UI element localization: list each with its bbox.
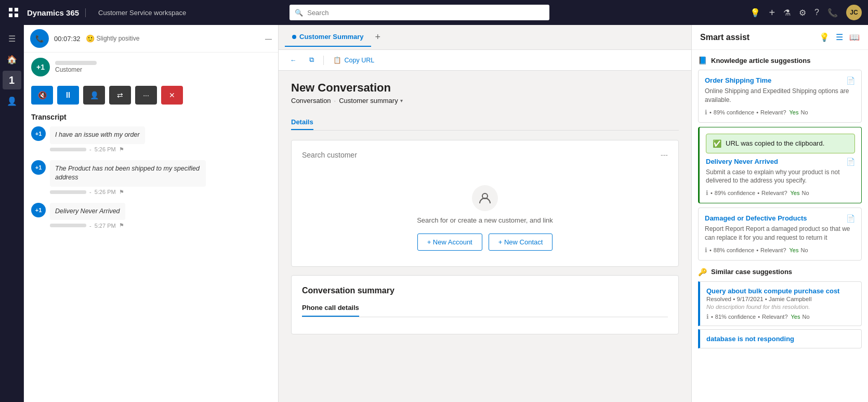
article-save-icon[interactable]: 📄 bbox=[846, 76, 855, 85]
article-3-footer: ℹ • 88% confidence • Relevant? Yes No bbox=[705, 247, 855, 254]
smart-lightbulb-icon[interactable]: 💡 bbox=[819, 32, 830, 42]
content-toolbar: ← ⧉ 📋 Copy URL bbox=[279, 50, 691, 71]
similar-case-1-title[interactable]: Query about bulk compute purchase cost bbox=[706, 287, 855, 295]
article-3-text: Report Report Report a damaged product s… bbox=[705, 225, 855, 242]
content-area: Customer Summary + ← ⧉ 📋 Copy URL New Co… bbox=[279, 25, 691, 402]
message-flag-icon[interactable]: ⚑ bbox=[119, 222, 124, 229]
transfer-button[interactable]: ⇄ bbox=[109, 86, 131, 105]
details-tabs: Details bbox=[291, 115, 679, 131]
similar-case-2-title[interactable]: database is not responding bbox=[706, 335, 855, 343]
smart-list-icon[interactable]: ☰ bbox=[836, 32, 843, 42]
conversation-header: 📞 00:07:32 🙂 Slightly positive — bbox=[24, 25, 278, 53]
more-button[interactable]: ··· bbox=[135, 86, 157, 105]
smart-assist-title: Smart assist bbox=[700, 33, 749, 42]
customer-info-row: +1 Customer bbox=[24, 53, 278, 82]
article-save-icon[interactable]: 📄 bbox=[846, 214, 855, 223]
add-icon[interactable]: + bbox=[769, 7, 775, 19]
relevance-yes[interactable]: Yes bbox=[790, 109, 799, 115]
search-subtitle: Search for or create a new customer, and… bbox=[417, 216, 553, 224]
add-user-button[interactable]: 👤 bbox=[83, 86, 105, 105]
tab-customer-summary-label: Customer Summary bbox=[299, 33, 364, 41]
popout-button[interactable]: ⧉ bbox=[306, 54, 317, 66]
relevance-no[interactable]: No bbox=[801, 109, 808, 115]
new-contact-button[interactable]: + New Contact bbox=[489, 234, 553, 251]
sentiment-indicator: 🙂 Slightly positive bbox=[86, 34, 140, 43]
article-title: Damaged or Defective Products 📄 bbox=[705, 214, 855, 223]
lightbulb-icon[interactable]: 💡 bbox=[750, 8, 760, 18]
search-icon: 🔍 bbox=[295, 9, 303, 17]
similar-case-1-footer: ℹ • 81% confidence • Relevant? Yes No bbox=[706, 313, 855, 320]
minimize-button[interactable]: — bbox=[265, 35, 272, 43]
apps-grid-icon[interactable] bbox=[6, 5, 21, 20]
tab-customer-summary[interactable]: Customer Summary bbox=[285, 28, 371, 47]
info-icon[interactable]: ℹ bbox=[706, 189, 708, 197]
mute-button[interactable]: 🔇 bbox=[31, 86, 53, 105]
smart-assist-body: 📘 Knowledge article suggestions Order Sh… bbox=[692, 50, 868, 402]
relevance-yes[interactable]: Yes bbox=[790, 247, 799, 253]
message-meta: - 5:27 PM ⚑ bbox=[50, 222, 125, 229]
info-icon[interactable]: ℹ bbox=[705, 247, 707, 254]
relevance-no[interactable]: No bbox=[801, 247, 808, 253]
content-body: New Conversation Conversation · Customer… bbox=[279, 71, 691, 402]
dot-sep: • bbox=[711, 190, 713, 196]
message-meta: - 5:26 PM ⚑ bbox=[50, 189, 206, 196]
content-tabs: Customer Summary + bbox=[279, 25, 691, 50]
dot-sep: • bbox=[709, 109, 712, 115]
relevance-yes[interactable]: Yes bbox=[791, 314, 800, 320]
url-copied-text: URL was copied to the clipboard. bbox=[726, 139, 824, 147]
sidebar-item-home[interactable]: 🏠 bbox=[3, 50, 21, 69]
svg-rect-3 bbox=[15, 14, 18, 17]
sidebar-item-active[interactable]: 1 bbox=[3, 71, 21, 89]
main-layout: ☰ 🏠 1 👤 📞 00:07:32 🙂 Slightly positive — bbox=[0, 25, 868, 402]
filter-icon[interactable]: ⚗ bbox=[783, 8, 791, 18]
sentiment-emoji: 🙂 bbox=[86, 34, 95, 43]
tab-add-button[interactable]: + bbox=[375, 32, 381, 43]
message-text: I have an issue with my order bbox=[50, 126, 145, 144]
customer-label: Customer bbox=[55, 66, 97, 73]
breadcrumb-conversation[interactable]: Conversation bbox=[291, 97, 331, 105]
sender-bar bbox=[50, 148, 86, 151]
help-icon[interactable]: ? bbox=[814, 8, 819, 17]
conversation-title: New Conversation bbox=[291, 81, 679, 95]
end-call-button[interactable]: ✕ bbox=[161, 86, 183, 105]
article-2-title[interactable]: Delivery Never Arrived bbox=[706, 158, 778, 165]
phone-icon[interactable]: 📞 bbox=[827, 8, 838, 18]
relevance-yes[interactable]: Yes bbox=[791, 190, 800, 196]
sidebar-item-collapse[interactable]: ☰ bbox=[3, 29, 21, 48]
sidebar-icons: ☰ 🏠 1 👤 bbox=[0, 25, 24, 402]
relevance-no[interactable]: No bbox=[803, 314, 810, 320]
settings-icon[interactable]: ⚙ bbox=[799, 8, 806, 18]
new-account-button[interactable]: + New Account bbox=[417, 234, 482, 251]
smart-book-icon[interactable]: 📖 bbox=[849, 32, 860, 42]
message-text: The Product has not been shipped to my s… bbox=[50, 160, 206, 187]
search-dashes: --- bbox=[661, 151, 668, 159]
knowledge-article-card-highlighted: ✅ URL was copied to the clipboard. Deliv… bbox=[698, 127, 862, 204]
popout-icon: ⧉ bbox=[309, 56, 314, 64]
article-1-title[interactable]: Order Shipping Time bbox=[705, 76, 771, 84]
relevance-label: Relevant? bbox=[762, 314, 788, 320]
back-button[interactable]: ← bbox=[287, 55, 300, 66]
relevance-no[interactable]: No bbox=[802, 190, 809, 196]
message-flag-icon[interactable]: ⚑ bbox=[119, 146, 124, 153]
transcript-message: +1 Delivery Never Arrived - 5:27 PM ⚑ bbox=[31, 203, 271, 229]
info-icon[interactable]: ℹ bbox=[705, 109, 707, 116]
article-3-title[interactable]: Damaged or Defective Products bbox=[705, 214, 807, 222]
copy-url-button[interactable]: 📋 Copy URL bbox=[330, 54, 378, 66]
summary-tab-phone[interactable]: Phone call details bbox=[302, 302, 359, 317]
search-customer-input[interactable] bbox=[302, 151, 655, 159]
breadcrumb-dropdown-icon[interactable]: ▾ bbox=[400, 98, 403, 103]
message-separator: - bbox=[89, 223, 91, 229]
detail-tab-details[interactable]: Details bbox=[291, 115, 313, 130]
user-avatar[interactable]: JC bbox=[846, 5, 862, 20]
message-flag-icon[interactable]: ⚑ bbox=[119, 189, 124, 196]
article-save-icon[interactable]: 📄 bbox=[846, 158, 855, 166]
customer-avatar: +1 bbox=[31, 58, 50, 76]
info-icon[interactable]: ℹ bbox=[706, 313, 709, 320]
sidebar-item-people[interactable]: 👤 bbox=[3, 92, 21, 110]
global-search-box[interactable]: 🔍 bbox=[290, 5, 549, 20]
svg-rect-2 bbox=[9, 14, 12, 17]
smart-assist-header: Smart assist 💡 ☰ 📖 bbox=[692, 25, 868, 50]
search-input[interactable] bbox=[307, 9, 544, 17]
similar-cases-label: Similar case suggestions bbox=[711, 268, 792, 276]
hold-button[interactable]: ⏸ bbox=[57, 86, 79, 105]
